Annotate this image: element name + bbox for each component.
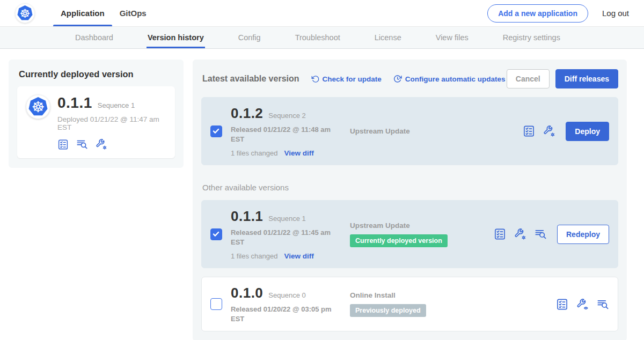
deploy-logs-icon[interactable] xyxy=(76,138,88,150)
version-source-label: Online Install xyxy=(350,291,494,299)
cancel-button[interactable]: Cancel xyxy=(507,69,550,88)
other-versions-title: Other available versions xyxy=(202,183,618,192)
currently-deployed-badge: Currently deployed version xyxy=(350,234,448,247)
config-view-icon[interactable] xyxy=(576,298,589,311)
version-checkbox[interactable] xyxy=(210,228,222,240)
version-source-label: Upstream Update xyxy=(350,127,494,135)
add-application-button[interactable]: Add a new application xyxy=(487,4,588,23)
available-versions-panel: Latest available version Check for updat… xyxy=(193,60,627,340)
checkmark-icon xyxy=(213,128,219,134)
view-diff-link[interactable]: View diff xyxy=(284,149,313,157)
deployed-sequence-label: Sequence 1 xyxy=(98,101,135,109)
app-sub-nav: Dashboard Version history Config Trouble… xyxy=(0,27,644,49)
available-panel-header: Latest available version Check for updat… xyxy=(201,69,618,88)
top-nav: Application GitOps Add a new application… xyxy=(0,0,644,27)
version-checkbox[interactable] xyxy=(210,298,222,310)
version-card-0-1-2: 0.1.2 Sequence 2 Released 01/21/22 @ 11:… xyxy=(201,97,618,165)
deployed-timestamp: Deployed 01/21/22 @ 11:47 am EST xyxy=(57,115,166,131)
tab-gitops[interactable]: GitOps xyxy=(112,0,154,26)
subnav-tab-dashboard[interactable]: Dashboard xyxy=(75,27,113,48)
logout-button[interactable]: Log out xyxy=(602,9,629,18)
config-icon[interactable] xyxy=(543,125,555,137)
released-timestamp: Released 01/20/22 @ 03:05 pm EST xyxy=(231,305,333,323)
preflight-checks-icon[interactable] xyxy=(57,139,69,150)
kubernetes-logo-icon xyxy=(15,3,35,23)
version-source-label: Upstream Update xyxy=(350,221,494,230)
released-timestamp: Released 01/21/22 @ 11:48 am EST xyxy=(231,125,333,144)
subnav-tab-troubleshoot[interactable]: Troubleshoot xyxy=(295,27,340,48)
diff-releases-button[interactable]: Diff releases xyxy=(555,69,618,88)
currently-deployed-panel: Currently deployed version 0.1.1 Sequenc… xyxy=(9,60,184,168)
subnav-tab-registry-settings[interactable]: Registry settings xyxy=(503,27,560,48)
app-kubernetes-icon xyxy=(26,94,50,119)
config-icon[interactable] xyxy=(96,138,107,150)
subnav-tab-config[interactable]: Config xyxy=(238,27,261,48)
deploy-button[interactable]: Deploy xyxy=(566,122,609,141)
checkmark-icon xyxy=(213,231,219,237)
view-diff-link[interactable]: View diff xyxy=(284,252,313,260)
refresh-icon xyxy=(311,75,319,83)
version-number: 0.1.0 xyxy=(231,285,263,301)
sequence-label: Sequence 0 xyxy=(268,291,305,299)
sequence-label: Sequence 1 xyxy=(268,215,305,223)
preflight-checks-icon[interactable] xyxy=(494,228,506,240)
files-changed-label: 1 files changed xyxy=(231,149,277,157)
preflight-checks-icon[interactable] xyxy=(556,298,568,311)
files-changed-label: 1 files changed xyxy=(231,252,277,260)
previously-deployed-badge: Previously deployed xyxy=(350,304,426,317)
tab-application[interactable]: Application xyxy=(53,0,112,26)
version-card-0-1-1: 0.1.1 Sequence 1 Released 01/21/22 @ 11:… xyxy=(201,200,618,268)
check-for-update-link[interactable]: Check for update xyxy=(311,75,382,83)
check-for-update-label: Check for update xyxy=(323,75,382,83)
deployed-version-card: 0.1.1 Sequence 1 Deployed 01/21/22 @ 11:… xyxy=(17,86,175,158)
currently-deployed-title: Currently deployed version xyxy=(19,69,175,79)
subnav-tab-license[interactable]: License xyxy=(375,27,401,48)
tab-gitops-label: GitOps xyxy=(120,9,147,18)
version-checkbox[interactable] xyxy=(210,125,222,137)
released-timestamp: Released 01/21/22 @ 11:45 am EST xyxy=(231,228,333,247)
tab-application-label: Application xyxy=(61,9,105,18)
version-number: 0.1.2 xyxy=(231,105,263,122)
sequence-label: Sequence 2 xyxy=(268,112,305,120)
deploy-logs-icon[interactable] xyxy=(597,298,609,311)
subnav-tab-view-files[interactable]: View files xyxy=(436,27,469,48)
topnav-right: Add a new application Log out xyxy=(487,0,629,26)
subnav-tab-version-history[interactable]: Version history xyxy=(148,27,204,48)
configure-automatic-updates-link[interactable]: Configure automatic updates xyxy=(393,75,506,83)
main-content: Currently deployed version 0.1.1 Sequenc… xyxy=(0,49,644,340)
deployed-version-number: 0.1.1 xyxy=(57,94,92,112)
version-number: 0.1.1 xyxy=(231,208,263,225)
version-card-0-1-0: 0.1.0 Sequence 0 Released 01/20/22 @ 03:… xyxy=(201,277,618,331)
latest-available-title: Latest available version xyxy=(202,74,299,84)
configure-updates-label: Configure automatic updates xyxy=(405,75,506,83)
deploy-logs-icon[interactable] xyxy=(535,228,547,240)
redeploy-button[interactable]: Redeploy xyxy=(557,225,609,244)
auto-update-clock-icon xyxy=(393,75,402,83)
preflight-checks-icon[interactable] xyxy=(523,125,535,137)
config-icon[interactable] xyxy=(514,228,526,240)
